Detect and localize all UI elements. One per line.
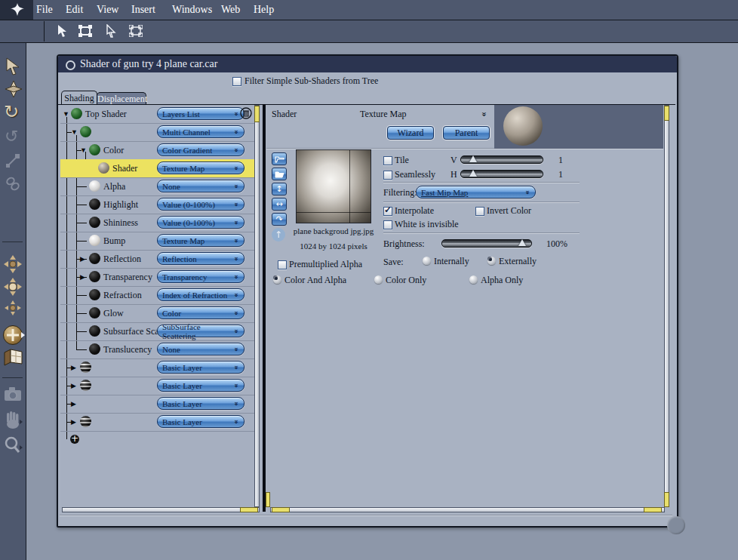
tree-row[interactable]: ▶Basic Layer» xyxy=(60,377,255,395)
invert-color-checkbox[interactable] xyxy=(475,207,484,216)
detail-vscroll-thumb-bottom[interactable] xyxy=(664,492,669,507)
h-slider[interactable] xyxy=(460,170,543,178)
expander-right-icon[interactable]: ▶ xyxy=(80,273,85,281)
tree-row[interactable]: ▶TransparencyTransparency» xyxy=(60,268,255,287)
detail-hscroll-thumb-right[interactable] xyxy=(644,507,662,512)
tree-row[interactable]: TranslucencyNone» xyxy=(60,340,255,359)
select-tool-icon[interactable] xyxy=(57,24,69,38)
tree-type-dropdown[interactable]: Transparency» xyxy=(157,270,244,283)
menu-view[interactable]: View xyxy=(97,4,118,16)
wizard-button[interactable]: Wizard xyxy=(387,126,434,140)
seamlessly-checkbox[interactable] xyxy=(383,171,392,180)
flip-horizontal-button[interactable]: ↔ xyxy=(272,198,287,211)
color-and-alpha-radio[interactable] xyxy=(273,275,281,284)
tree-type-dropdown[interactable]: Texture Map» xyxy=(157,234,244,247)
menu-file[interactable]: File xyxy=(36,4,53,16)
tree-row[interactable]: ShininessValue (0-100%)» xyxy=(60,214,255,232)
tree-row[interactable]: ▼ColorColor Gradient» xyxy=(60,141,255,160)
alpha-only-radio[interactable] xyxy=(469,275,478,284)
tree-row[interactable]: BumpTexture Map» xyxy=(60,232,255,251)
tree-type-dropdown[interactable]: Reflection» xyxy=(157,252,244,265)
expander-right-icon[interactable]: ▶ xyxy=(71,418,76,426)
transform-tool-icon[interactable] xyxy=(129,25,143,37)
menu-insert[interactable]: Insert xyxy=(131,4,155,16)
window-collapse-button[interactable] xyxy=(66,60,75,70)
tree-row[interactable]: AlphaNone» xyxy=(60,177,255,196)
tree-vscroll-thumb[interactable] xyxy=(254,106,260,122)
tree-type-dropdown[interactable]: Basic Layer» xyxy=(157,361,244,374)
tree-hscroll-thumb[interactable] xyxy=(240,507,258,512)
expander-down-icon[interactable]: ▼ xyxy=(71,128,78,136)
camera-dolly-tool-icon[interactable] xyxy=(4,255,22,273)
tab-shading[interactable]: Shading xyxy=(61,91,97,105)
brightness-slider-thumb[interactable] xyxy=(518,239,526,246)
tree-type-dropdown[interactable]: Color» xyxy=(157,306,244,319)
menu-web[interactable]: Web xyxy=(221,4,240,16)
tile-checkbox[interactable] xyxy=(383,156,392,165)
tree-type-dropdown[interactable]: Texture Map» xyxy=(157,162,244,174)
detail-left-vscroll-thumb[interactable] xyxy=(266,492,270,507)
camera-pan-tool-icon[interactable] xyxy=(4,278,22,296)
tree-type-dropdown[interactable]: Color Gradient» xyxy=(157,143,244,156)
detail-horizontal-scrollbar[interactable] xyxy=(270,507,665,512)
brightness-slider[interactable] xyxy=(441,239,532,248)
parent-button[interactable]: Parent xyxy=(443,126,490,140)
v-slider-thumb[interactable] xyxy=(469,155,477,162)
expander-right-icon[interactable]: ▶ xyxy=(71,400,76,408)
tree-type-dropdown[interactable]: Basic Layer» xyxy=(157,397,244,410)
add-layer-button[interactable]: + xyxy=(70,435,79,444)
tree-type-dropdown[interactable]: Layers List» xyxy=(157,107,244,120)
save-internally-radio[interactable] xyxy=(423,257,431,265)
tree-horizontal-scrollbar[interactable] xyxy=(62,507,260,512)
tree-row[interactable]: ▼Multi Channel» xyxy=(60,123,255,142)
tree-row[interactable]: HighlightValue (0-100%)» xyxy=(60,195,255,214)
expander-right-icon[interactable]: ▶ xyxy=(80,255,85,263)
detail-vertical-scrollbar[interactable] xyxy=(664,105,669,507)
tree-row[interactable]: RefractionIndex of Refraction» xyxy=(60,286,255,305)
panel-divider[interactable] xyxy=(263,104,266,512)
tree-row[interactable]: ▶Basic Layer» xyxy=(60,358,255,377)
tree-type-dropdown[interactable]: None» xyxy=(157,180,244,192)
camera-orbit-tool-selected-icon[interactable] xyxy=(3,325,23,345)
premultiplied-alpha-checkbox[interactable] xyxy=(278,260,287,269)
tree-row[interactable]: ▼Top ShaderLayers List» xyxy=(60,105,255,124)
filtering-dropdown[interactable]: Fast Mip Map » xyxy=(416,186,536,198)
filter-subshaders-checkbox[interactable] xyxy=(232,77,241,86)
expander-right-icon[interactable]: ▶ xyxy=(71,364,76,371)
window-titlebar[interactable]: Shader of gun try 4 plane car.car xyxy=(58,56,677,72)
tree-row[interactable]: GlowColor» xyxy=(60,304,255,323)
tree-type-dropdown[interactable]: Multi Channel» xyxy=(157,125,244,138)
detail-vscroll-thumb-top[interactable] xyxy=(664,106,669,121)
camera-track-tool-icon[interactable] xyxy=(5,300,21,315)
tree-row[interactable]: ▶Basic Layer» xyxy=(60,413,255,432)
reload-file-button[interactable] xyxy=(272,168,287,180)
detail-hscroll-thumb-left[interactable] xyxy=(272,507,290,512)
v-slider[interactable] xyxy=(460,155,543,164)
tree-type-dropdown[interactable]: None» xyxy=(157,343,244,355)
tree-type-dropdown[interactable]: Index of Refraction» xyxy=(157,288,244,301)
tree-row[interactable]: Subsurface ScatSubSurface Scattering» xyxy=(60,322,255,341)
tree-vertical-scrollbar[interactable] xyxy=(254,105,260,507)
tree-type-dropdown[interactable]: Basic Layer» xyxy=(157,415,244,428)
flip-vertical-button[interactable]: ↕ xyxy=(272,183,287,195)
pointer-tool-icon[interactable] xyxy=(5,57,22,75)
save-externally-radio[interactable] xyxy=(487,257,496,265)
detail-type-dropdown[interactable]: Texture Map xyxy=(360,109,406,120)
tree-type-dropdown[interactable]: SubSurface Scattering» xyxy=(157,325,244,337)
menu-edit[interactable]: Edit xyxy=(66,4,83,16)
tree-type-dropdown[interactable]: Basic Layer» xyxy=(157,379,244,392)
move-tool-icon[interactable] xyxy=(5,80,23,98)
menu-help[interactable]: Help xyxy=(254,4,274,16)
tree-row[interactable]: ▶ReflectionReflection» xyxy=(60,250,255,269)
chevron-down-icon[interactable]: » xyxy=(479,112,490,117)
tree-type-dropdown[interactable]: Value (0-100%)» xyxy=(157,216,244,229)
color-only-radio[interactable] xyxy=(374,275,383,284)
room-view-icon[interactable] xyxy=(4,349,23,367)
open-file-button[interactable] xyxy=(272,152,287,165)
expander-down-icon[interactable]: ▼ xyxy=(80,146,87,154)
rotate-image-button[interactable]: ↷ xyxy=(272,213,287,226)
white-invisible-checkbox[interactable] xyxy=(383,220,392,229)
tab-displacement[interactable]: Displacement xyxy=(97,92,146,105)
h-slider-thumb[interactable] xyxy=(469,170,477,177)
window-resize-handle[interactable] xyxy=(667,516,685,534)
